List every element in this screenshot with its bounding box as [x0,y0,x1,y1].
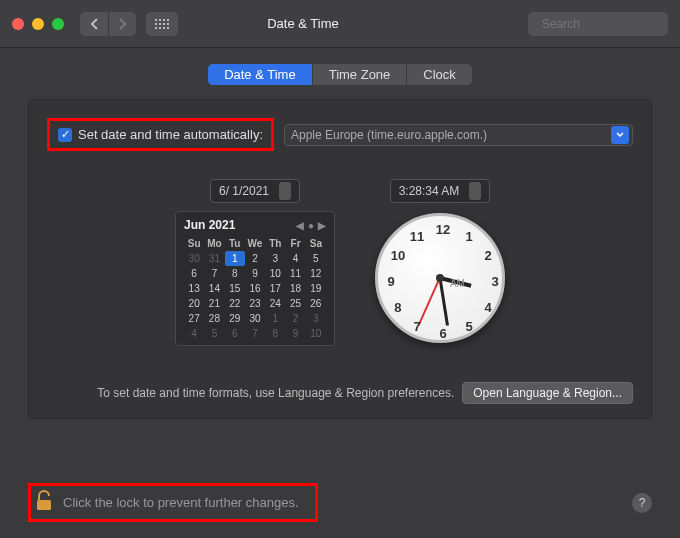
clock-numeral: 2 [484,248,491,263]
clock-ampm: AM [450,278,465,289]
calendar-day[interactable]: 5 [306,251,326,266]
auto-time-label: Set date and time automatically: [78,127,263,142]
calendar-day[interactable]: 4 [184,326,204,341]
lock-text: Click the lock to prevent further change… [63,495,299,510]
calendar: Jun 2021 ◀ ● ▶ SuMoTuWeThFrSa30311234567… [175,211,335,346]
highlight-box-auto: ✓ Set date and time automatically: [47,118,274,151]
calendar-day[interactable]: 8 [225,266,245,281]
calendar-day[interactable]: 26 [306,296,326,311]
calendar-day[interactable]: 17 [265,281,285,296]
calendar-day[interactable]: 5 [204,326,224,341]
calendar-day[interactable]: 19 [306,281,326,296]
calendar-day[interactable]: 4 [285,251,305,266]
time-server-select[interactable]: Apple Europe (time.euro.apple.com.) [284,124,633,146]
analog-clock[interactable]: AM 121234567891011 [375,213,505,343]
calendar-day[interactable]: 13 [184,281,204,296]
time-column: 3:28:34 AM AM 121234567891011 [375,179,505,346]
auto-time-row: ✓ Set date and time automatically: Apple… [47,118,633,151]
calendar-dow: Fr [285,236,305,251]
calendar-dow: Su [184,236,204,251]
calendar-next[interactable]: ▶ [318,220,326,231]
calendar-day[interactable]: 30 [245,311,265,326]
chevron-down-icon [611,126,629,144]
calendar-day[interactable]: 3 [306,311,326,326]
calendar-dow: Th [265,236,285,251]
calendar-day[interactable]: 14 [204,281,224,296]
calendar-day[interactable]: 23 [245,296,265,311]
calendar-day[interactable]: 24 [265,296,285,311]
clock-numeral: 10 [391,248,405,263]
time-value: 3:28:34 AM [399,184,460,198]
calendar-prev[interactable]: ◀ [296,220,304,231]
close-window-button[interactable] [12,18,24,30]
clock-numeral: 4 [484,300,491,315]
open-language-region-button[interactable]: Open Language & Region... [462,382,633,404]
format-hint-row: To set date and time formats, use Langua… [47,382,633,404]
calendar-day[interactable]: 9 [245,266,265,281]
calendar-dow: Mo [204,236,224,251]
minimize-window-button[interactable] [32,18,44,30]
calendar-day[interactable]: 30 [184,251,204,266]
highlight-box-lock: Click the lock to prevent further change… [28,483,318,522]
calendar-day[interactable]: 11 [285,266,305,281]
zoom-window-button[interactable] [52,18,64,30]
calendar-day[interactable]: 16 [245,281,265,296]
calendar-nav: ◀ ● ▶ [296,220,326,231]
tab-bar: Date & Time Time Zone Clock [0,64,680,85]
calendar-day[interactable]: 22 [225,296,245,311]
clock-numeral: 7 [413,319,420,334]
clock-numeral: 11 [410,228,424,243]
calendar-day[interactable]: 10 [265,266,285,281]
clock-numeral: 8 [394,300,401,315]
calendar-day[interactable]: 8 [265,326,285,341]
calendar-day[interactable]: 12 [306,266,326,281]
calendar-day[interactable]: 10 [306,326,326,341]
calendar-day[interactable]: 7 [204,266,224,281]
calendar-day[interactable]: 25 [285,296,305,311]
second-hand [418,278,441,326]
tab-date-time[interactable]: Date & Time [208,64,313,85]
time-field[interactable]: 3:28:34 AM [390,179,491,203]
calendar-dow: We [245,236,265,251]
date-stepper[interactable] [279,182,291,200]
search-input[interactable] [542,17,680,31]
calendar-day[interactable]: 6 [225,326,245,341]
calendar-dow: Sa [306,236,326,251]
minute-hand [439,278,449,326]
calendar-day[interactable]: 2 [245,251,265,266]
calendar-day[interactable]: 29 [225,311,245,326]
clock-numeral: 9 [387,274,394,289]
clock-numeral: 6 [439,326,446,341]
lock-icon[interactable] [35,490,53,515]
svg-rect-14 [37,500,51,510]
calendar-day[interactable]: 1 [265,311,285,326]
format-hint-text: To set date and time formats, use Langua… [97,386,454,400]
calendar-day[interactable]: 27 [184,311,204,326]
time-server-value: Apple Europe (time.euro.apple.com.) [291,128,487,142]
calendar-day[interactable]: 31 [204,251,224,266]
search-field[interactable] [528,12,668,36]
calendar-day[interactable]: 1 [225,251,245,266]
calendar-day[interactable]: 6 [184,266,204,281]
calendar-day[interactable]: 9 [285,326,305,341]
calendar-day[interactable]: 21 [204,296,224,311]
tab-clock[interactable]: Clock [407,64,472,85]
calendar-month: Jun 2021 [184,218,235,232]
calendar-day[interactable]: 15 [225,281,245,296]
calendar-day[interactable]: 2 [285,311,305,326]
calendar-day[interactable]: 3 [265,251,285,266]
date-field[interactable]: 6/ 1/2021 [210,179,300,203]
time-stepper[interactable] [469,182,481,200]
clock-numeral: 5 [465,319,472,334]
auto-time-checkbox[interactable]: ✓ [58,128,72,142]
help-button[interactable]: ? [632,493,652,513]
calendar-today[interactable]: ● [308,220,314,231]
calendar-day[interactable]: 20 [184,296,204,311]
date-column: 6/ 1/2021 Jun 2021 ◀ ● ▶ SuMoTuWeThFrSa3… [175,179,335,346]
calendar-day[interactable]: 7 [245,326,265,341]
calendar-dow: Tu [225,236,245,251]
tab-time-zone[interactable]: Time Zone [313,64,408,85]
clock-numeral: 12 [436,222,450,237]
calendar-day[interactable]: 18 [285,281,305,296]
calendar-day[interactable]: 28 [204,311,224,326]
